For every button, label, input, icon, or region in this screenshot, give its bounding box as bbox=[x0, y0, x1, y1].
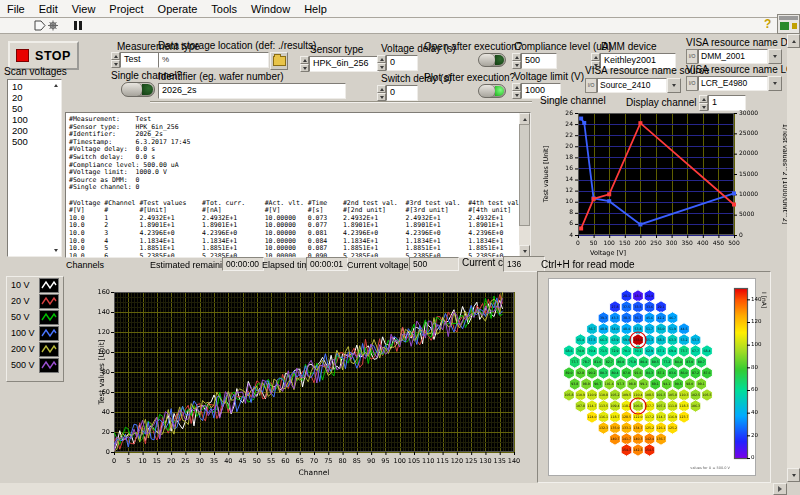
pause-icon[interactable] bbox=[74, 21, 83, 30]
io-type-icon: I/O bbox=[686, 49, 698, 64]
list-scroll-down-icon[interactable] bbox=[54, 249, 58, 252]
visa-lcr-value: LCR_E4980 bbox=[698, 76, 768, 91]
visa-lcr-dropdown-button[interactable] bbox=[768, 76, 782, 91]
legend-label: 100 V bbox=[11, 328, 35, 338]
scroll-down-icon[interactable] bbox=[787, 468, 800, 482]
visa-source-dropdown-button[interactable] bbox=[667, 78, 681, 93]
voltage-limit-spinner[interactable] bbox=[512, 83, 521, 99]
toggle-led bbox=[142, 84, 153, 95]
browse-button[interactable] bbox=[270, 52, 288, 70]
compliance-label: Compliance level (uA) bbox=[514, 41, 612, 52]
legend-label: 10 V bbox=[11, 280, 35, 290]
list-item[interactable]: 200 bbox=[8, 124, 61, 135]
path-type-icon: % bbox=[162, 55, 169, 64]
data-storage-path-field[interactable]: % bbox=[158, 52, 269, 68]
visa-source-dropdown[interactable]: I/O Source_2410 bbox=[585, 78, 681, 93]
vertical-scrollbar[interactable] bbox=[787, 34, 800, 482]
hexmap-plot bbox=[537, 271, 771, 483]
vi-icon[interactable] bbox=[777, 14, 800, 34]
vi-icon-thumb bbox=[780, 22, 789, 30]
list-item[interactable]: 500 bbox=[8, 135, 61, 146]
hexmap-note: Ctrl+H for read mode bbox=[541, 259, 635, 270]
channels-legend-title: Channels bbox=[66, 260, 104, 270]
vi-icon-thumb2 bbox=[792, 23, 797, 29]
identifier-label: Identifier (eg. wafer number) bbox=[158, 71, 284, 82]
switch-delay-spinner[interactable] bbox=[377, 85, 386, 101]
dmm-device-label: DMM device bbox=[601, 41, 657, 52]
plot-after-toggle[interactable] bbox=[478, 84, 506, 98]
legend-label: 20 V bbox=[11, 296, 35, 306]
legend-line-icon bbox=[39, 310, 59, 325]
single-channel-toggle[interactable] bbox=[121, 82, 155, 97]
switch-delay-field[interactable]: 0 bbox=[386, 85, 418, 101]
list-item[interactable]: 100 bbox=[8, 113, 61, 124]
menu-operate[interactable]: Operate bbox=[151, 1, 205, 17]
channels-legend: 10 V 20 V 50 V 100 V 200 V 500 V bbox=[6, 276, 64, 382]
context-help-icon[interactable]: ? bbox=[764, 17, 771, 31]
legend-row[interactable]: 500 V bbox=[7, 357, 63, 373]
stop-square-icon bbox=[16, 49, 29, 62]
legend-row[interactable]: 50 V bbox=[7, 309, 63, 325]
list-scroll-up-icon[interactable] bbox=[54, 84, 58, 87]
legend-label: 50 V bbox=[11, 312, 35, 322]
current-voltage-value: 500 bbox=[409, 257, 459, 271]
visa-dmm-dropdown[interactable]: I/O DMM_2001 bbox=[686, 49, 782, 64]
visa-dmm-label: VISA resource name DMM bbox=[686, 37, 800, 48]
current-channel-value: 136 bbox=[503, 256, 545, 272]
toolbar bbox=[0, 18, 800, 34]
folder-icon bbox=[273, 56, 286, 66]
visa-dmm-dropdown-button[interactable] bbox=[768, 49, 782, 64]
menu-view[interactable]: View bbox=[65, 1, 103, 17]
scrollbar-thumb[interactable] bbox=[519, 124, 530, 226]
open-after-toggle[interactable] bbox=[478, 53, 506, 67]
vi-icon-bar bbox=[779, 16, 798, 20]
channels-graph bbox=[95, 272, 538, 490]
legend-label: 500 V bbox=[11, 360, 35, 370]
scroll-up-icon[interactable] bbox=[787, 34, 800, 48]
menu-bar: File Edit View Project Operate Tools Win… bbox=[0, 0, 800, 18]
menu-tools[interactable]: Tools bbox=[204, 1, 244, 17]
compliance-spinner[interactable] bbox=[512, 53, 521, 69]
io-type-icon: I/O bbox=[686, 76, 698, 91]
toggle-led bbox=[495, 86, 504, 96]
measurement-output-text: #Measurement: Test #Sensor type: HPK_6in… bbox=[65, 112, 531, 258]
measurement-type-spinner[interactable] bbox=[111, 52, 120, 68]
abort-icon[interactable] bbox=[47, 20, 59, 31]
separator bbox=[150, 101, 532, 103]
visa-source-value: Source_2410 bbox=[597, 78, 667, 93]
plot-after-label: Plot after execution? bbox=[424, 72, 515, 83]
menu-file[interactable]: File bbox=[0, 1, 32, 17]
pause-bar bbox=[74, 21, 77, 30]
output-text-scrollbar[interactable] bbox=[519, 113, 530, 257]
legend-row[interactable]: 10 V bbox=[7, 277, 63, 293]
list-item[interactable]: 20 bbox=[8, 91, 61, 102]
voltage-delay-spinner[interactable] bbox=[377, 55, 386, 71]
legend-row[interactable]: 100 V bbox=[7, 325, 63, 341]
menu-project[interactable]: Project bbox=[102, 1, 150, 17]
compliance-field[interactable]: 500 bbox=[521, 53, 557, 69]
voltage-delay-field[interactable]: 0 bbox=[386, 55, 418, 71]
menu-help[interactable]: Help bbox=[297, 1, 334, 17]
scan-voltages-listbox[interactable]: 10 20 50 100 200 500 bbox=[7, 79, 62, 257]
open-after-label: Open after execution? bbox=[424, 41, 522, 52]
scroll-right-icon[interactable] bbox=[773, 483, 787, 495]
horizontal-scrollbar[interactable] bbox=[0, 483, 787, 495]
list-item[interactable]: 50 bbox=[8, 102, 61, 113]
stop-button-label: STOP bbox=[35, 49, 71, 63]
menu-window[interactable]: Window bbox=[244, 1, 297, 17]
legend-line-icon bbox=[39, 342, 59, 357]
identifier-field[interactable]: 2026_2s bbox=[158, 83, 346, 99]
visa-lcr-dropdown[interactable]: I/O LCR_E4980 bbox=[686, 76, 782, 91]
data-storage-label: Data storage location (def: ./results) bbox=[158, 40, 316, 51]
legend-row[interactable]: 200 V bbox=[7, 341, 63, 357]
run-arrow-icon[interactable] bbox=[34, 20, 46, 31]
sensor-type-spinner[interactable] bbox=[300, 56, 309, 72]
menu-edit[interactable]: Edit bbox=[32, 1, 65, 17]
legend-line-icon bbox=[39, 294, 59, 309]
pause-bar bbox=[79, 21, 82, 30]
legend-row[interactable]: 20 V bbox=[7, 293, 63, 309]
visa-lcr-label: VISA resource name LCR bbox=[686, 64, 800, 75]
sensor-type-field[interactable]: HPK_6in_256 bbox=[309, 56, 379, 72]
est-remaining-value: 00:00:00 bbox=[222, 257, 264, 271]
sensor-type-label: Sensor type bbox=[310, 44, 363, 55]
